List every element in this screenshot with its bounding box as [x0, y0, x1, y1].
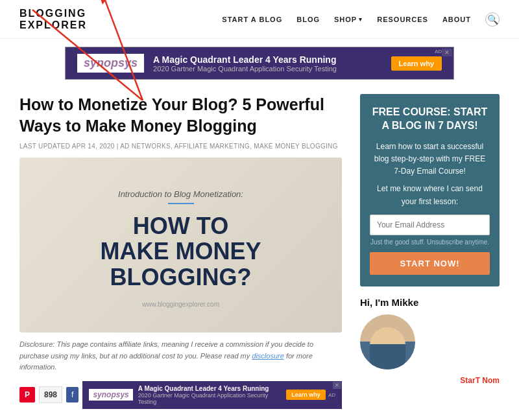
author-box: Hi, I'm Mikke [360, 297, 500, 369]
nav-about[interactable]: ABOUT [442, 16, 471, 23]
start-nom-annotation: StarT Nom [360, 376, 500, 385]
article-meta: LAST UPDATED APR 14, 2020 | AD NETWORKS,… [19, 143, 342, 150]
top-ad-banner: ✕ synopsys A Magic Quadrant Leader 4 Yea… [65, 47, 454, 80]
pinterest-icon: P [25, 390, 30, 399]
search-icon[interactable]: 🔍 [485, 12, 500, 27]
free-course-box: FREE COURSE: START A BLOG IN 7 DAYS! Lea… [360, 94, 500, 286]
avatar [360, 314, 415, 369]
bottom-ad-subtitle: 2020 Gartner Magic Quadrant Application … [138, 392, 283, 405]
email-input[interactable] [370, 215, 490, 235]
bottom-ad-text: A Magic Quadrant Leader 4 Years Running … [138, 385, 283, 405]
featured-url: www.bloggingexplorer.com [142, 301, 219, 308]
main-nav: START A BLOG BLOG SHOP ▾ RESOURCES ABOUT… [222, 12, 500, 27]
bottom-ad-title: A Magic Quadrant Leader 4 Years Running [138, 385, 283, 392]
main-layout: How to Monetize Your Blog? 5 Powerful Wa… [0, 88, 519, 420]
annotation-text: StarT Nom [360, 376, 500, 385]
pinterest-button[interactable]: P [19, 387, 35, 402]
pinterest-count: 898 [39, 386, 62, 403]
disclosure-link[interactable]: disclosure [252, 352, 284, 360]
featured-image: Introduction to Blog Monetization: HOW T… [19, 158, 342, 332]
article-title: How to Monetize Your Blog? 5 Powerful Wa… [19, 94, 342, 136]
nav-resources[interactable]: RESOURCES [377, 16, 428, 23]
logo-line2: EXPLORER [19, 19, 87, 31]
featured-underline [168, 203, 194, 204]
nav-shop[interactable]: SHOP ▾ [334, 16, 363, 23]
nav-blog[interactable]: BLOG [296, 16, 320, 23]
nav-start-a-blog[interactable]: START A BLOG [222, 16, 282, 23]
logo-line1: BLOGGING [19, 8, 87, 19]
bottom-ad-close[interactable]: ✕ [333, 382, 341, 389]
site-logo[interactable]: BLOGGING EXPLORER [19, 8, 87, 30]
ad-title: A Magic Quadrant Leader 4 Years Running [153, 54, 391, 65]
ad-badge: AD [435, 49, 442, 54]
course-title: FREE COURSE: START A BLOG IN 7 DAYS! [370, 106, 490, 133]
bottom-ad-button[interactable]: Learn why [286, 390, 326, 400]
ad-learn-why-button[interactable]: Learn why [391, 56, 442, 71]
ad-close-icon[interactable]: ✕ [442, 49, 452, 56]
article-section: How to Monetize Your Blog? 5 Powerful Wa… [19, 94, 342, 409]
share-bar: P 898 f ✕ synopsys A Magic Quadrant Lead… [19, 381, 342, 409]
synopsys-logo: synopsys [77, 54, 144, 73]
featured-subtitle: Introduction to Blog Monetization: [118, 189, 243, 199]
avatar-figure [370, 327, 405, 369]
ad-text: A Magic Quadrant Leader 4 Years Running … [153, 54, 391, 73]
disclosure-text: Disclosure: This page contains affiliate… [19, 339, 342, 373]
sidebar: FREE COURSE: START A BLOG IN 7 DAYS! Lea… [360, 94, 500, 409]
bottom-synopsys-logo: synopsys [89, 389, 132, 401]
start-now-button[interactable]: START NOW! [370, 252, 490, 275]
chevron-down-icon: ▾ [359, 16, 363, 23]
site-header: BLOGGING EXPLORER START A BLOG BLOG SHOP… [0, 0, 519, 39]
facebook-button[interactable]: f [66, 387, 78, 402]
author-greeting: Hi, I'm Mikke [360, 297, 500, 308]
email-note: Just the good stuff. Unsubscribe anytime… [370, 239, 490, 246]
bottom-ad-banner: ✕ synopsys A Magic Quadrant Leader 4 Yea… [82, 381, 342, 409]
course-desc1: Learn how to start a successful blog ste… [370, 141, 490, 178]
course-desc2: Let me know where I can send your first … [370, 183, 490, 207]
featured-title: HOW TO MAKE MONEY BLOGGING? [100, 213, 261, 290]
ad-subtitle: 2020 Gartner Magic Quadrant Application … [153, 65, 391, 73]
bottom-ad-badge: AD [328, 392, 335, 398]
